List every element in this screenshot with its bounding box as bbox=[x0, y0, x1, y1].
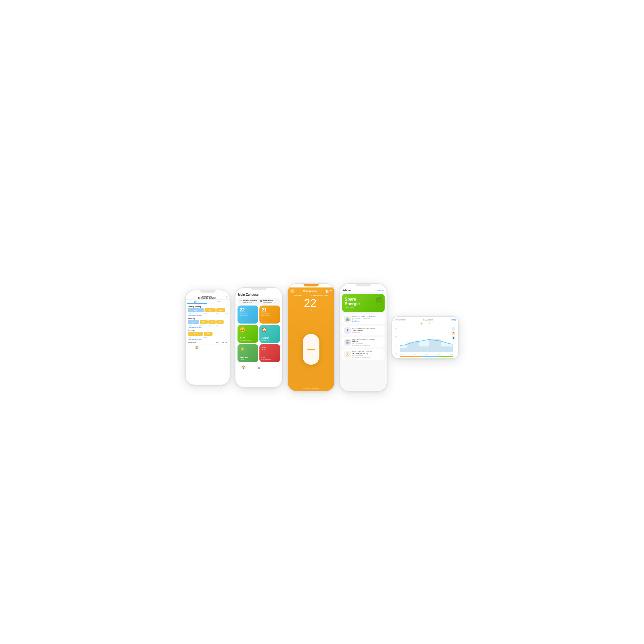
tab-date-label: 07. Juli 2018 bbox=[423, 319, 434, 321]
close-button[interactable]: × bbox=[290, 289, 294, 293]
x-label: 20:00 bbox=[437, 354, 441, 355]
home-nav-icon[interactable]: 🏠 bbox=[241, 365, 246, 369]
heat-icon[interactable]: 🔥 bbox=[452, 332, 455, 335]
time-block[interactable]: 23.0° bbox=[204, 332, 213, 336]
add-block-link-saturday[interactable]: Zeitblock hinzufügen bbox=[186, 326, 230, 328]
tile-ok-care[interactable]: 🛡 OK Care & Protect bbox=[259, 344, 280, 362]
wohnzimmer-icon: 🌡 bbox=[254, 308, 256, 309]
p1-tabs: 🏠 Home ↑ Away bbox=[187, 300, 228, 304]
ortsabhaengig-text: Ortsabhängige Steuerung 252 Stunden im A… bbox=[352, 328, 380, 334]
phone-notch bbox=[303, 284, 319, 286]
tab-home[interactable]: 🏠 Home bbox=[187, 300, 207, 304]
tile-gut[interactable]: 😊 GUT Raumluft-Komfort bbox=[238, 325, 258, 343]
svg-marker-5 bbox=[400, 339, 453, 352]
weekdays-range[interactable]: Mo - Fr, Sa, So › bbox=[216, 342, 228, 343]
chart-icon[interactable]: 📊 bbox=[325, 290, 328, 293]
person-icon[interactable]: 👤 bbox=[452, 336, 455, 340]
schedule-row-sonntag: 23.0° 23.0° bbox=[186, 332, 230, 336]
gut-icon: 😊 bbox=[240, 327, 245, 333]
tablet-content: Wohnzimmer 07. Juli 2018 Fertig ☀ ☀ 32° … bbox=[392, 317, 458, 358]
phone-notch bbox=[200, 290, 216, 293]
gear-icon[interactable]: ⚙ bbox=[226, 296, 228, 299]
p1-header: ‹ Wohnzimmer Intelligenter Zeitplan ⚙ bbox=[186, 294, 230, 300]
schedule-row-montag: 18.0° 19.0° 20.0° bbox=[186, 308, 230, 312]
phone-zeitplan: ‹ Wohnzimmer Intelligenter Zeitplan ⚙ 🏠 … bbox=[185, 290, 230, 385]
sun-icon: ☀ bbox=[420, 322, 423, 326]
tab-done-button[interactable]: Fertig bbox=[451, 319, 456, 321]
banner-schnellheizen[interactable]: ❄ Schnellheizen Aktiv ab 22.07 bbox=[260, 299, 278, 303]
y-label: 22° bbox=[395, 345, 397, 346]
cancel-button[interactable]: Abbrechen bbox=[375, 290, 384, 291]
tab-header: Wohnzimmer 07. Juli 2018 Fertig bbox=[395, 319, 456, 321]
x-label: 04:00 bbox=[400, 354, 403, 355]
menu-icon[interactable]: ☰ bbox=[329, 290, 332, 293]
tab-room-label: Wohnzimmer bbox=[395, 319, 405, 321]
home-icon: 🏠 bbox=[261, 327, 267, 333]
tile-schlafzimmer[interactable]: 21° Schlafzimmer Aktiv ab 22:47 🌡 bbox=[259, 306, 280, 324]
arrow-icon: › bbox=[382, 329, 383, 332]
window-icon: 🪟 bbox=[344, 339, 351, 346]
p2-header: Mein Zuhause bbox=[235, 291, 282, 298]
time-block[interactable]: 18.0° bbox=[188, 308, 204, 312]
chart-svg bbox=[400, 327, 453, 352]
p3-top-bar: × Wohnzimmer 📊 ☰ bbox=[288, 287, 334, 294]
tab-chart-main: N 🔥 👤 bbox=[400, 327, 453, 352]
tab-bottom-bar bbox=[400, 356, 453, 357]
banner-text: Zeitplan fortsetzen Aktiv ab 22.07 bbox=[243, 299, 257, 303]
home-nav-icon[interactable]: 🏠 bbox=[195, 345, 199, 349]
time-block[interactable]: 23.0° bbox=[188, 332, 203, 336]
y-label: 32° bbox=[395, 327, 397, 329]
thermostat-stripe bbox=[307, 349, 315, 350]
p4-month: Februar bbox=[343, 289, 351, 292]
menu-nav-icon[interactable]: ☰ bbox=[218, 345, 221, 349]
time-block[interactable]: 23.0° bbox=[208, 320, 216, 324]
schnell-icon: ❄ bbox=[260, 299, 262, 303]
hero-link[interactable]: Erfahre mehr › bbox=[345, 307, 382, 308]
time-block[interactable]: 19.0° bbox=[205, 308, 216, 312]
section-saturday: Saturday bbox=[186, 317, 230, 320]
x-label: 10:00 bbox=[412, 354, 416, 355]
clock-icon: 🕐 bbox=[344, 351, 351, 358]
tab-away[interactable]: ↑ Away bbox=[208, 300, 228, 304]
night-icon[interactable]: N bbox=[452, 327, 455, 331]
phone-notch bbox=[251, 288, 267, 290]
time-block[interactable]: 19.0° bbox=[200, 320, 208, 324]
banner-zeitplan[interactable]: ⏱ Zeitplan fortsetzen Aktiv ab 22.07 bbox=[240, 299, 258, 303]
arrow-icon: › bbox=[382, 341, 383, 343]
p4-top-bar: Februar Abbrechen bbox=[340, 287, 387, 292]
y-label: 17° bbox=[395, 353, 397, 355]
p1-bottom-nav: 🏠 ☰ bbox=[186, 344, 230, 350]
spare-icon: ⚡ bbox=[240, 346, 245, 352]
p3-footer: Gesendet: 27 um 03:00 AM bbox=[288, 386, 334, 391]
hero-icon: 🌿 bbox=[375, 296, 382, 303]
x-label: 17:00 bbox=[425, 354, 428, 355]
time-block[interactable]: 20.0° bbox=[216, 308, 225, 312]
location-icon: 📍 bbox=[344, 327, 351, 334]
tablet-wohnzimmer-chart: Wohnzimmer 07. Juli 2018 Fertig ☀ ☀ 32° … bbox=[392, 316, 459, 359]
p2-bottom-nav: 🏠 ☰ — bbox=[235, 364, 282, 370]
tab-chart-area: 32° 27° 22° 17° bbox=[395, 327, 456, 355]
time-block[interactable]: 18.0° bbox=[188, 320, 199, 324]
tile-home[interactable]: 🏠 HOME Geofencing bbox=[259, 325, 280, 343]
tile-spare[interactable]: ⚡ SPARE Energie bbox=[238, 344, 258, 362]
temp-value: 22 bbox=[304, 297, 316, 309]
section-sonntag: Sonntag bbox=[186, 328, 230, 332]
dots-nav-icon[interactable]: — bbox=[273, 365, 276, 369]
time-block[interactable]: 23.0° bbox=[216, 320, 224, 324]
p4-item-ortsabhaengig[interactable]: 📍 Ortsabhängige Steuerung 252 Stunden im… bbox=[342, 326, 385, 335]
menu-nav-icon[interactable]: ☰ bbox=[257, 365, 261, 369]
fenster-text: Fenster-Offen-Erkennung 85 mal tado° war… bbox=[352, 338, 380, 346]
p3-room-title: Wohnzimmer bbox=[303, 290, 317, 292]
autoassist-icon: 🤖 bbox=[344, 316, 351, 323]
add-block-link-sonntag[interactable]: Zeitblock hinzufügen bbox=[186, 338, 230, 340]
p2-banner: ⏱ Zeitplan fortsetzen Aktiv ab 22.07 ❄ S… bbox=[238, 298, 280, 304]
add-block-link-montag[interactable]: Zeitblock hinzufügen bbox=[186, 315, 230, 317]
shield-icon: 🛡 bbox=[261, 346, 266, 352]
thermostat-device bbox=[303, 334, 319, 365]
tile-wohnzimmer[interactable]: 22° Wohnzimmer Aktiv ab 22:47 🌡 bbox=[238, 306, 258, 324]
p4-item-zeitplan[interactable]: 🕐 Intelligenter Zeitplan 9.2 Stunden pro… bbox=[342, 349, 385, 360]
p4-item-autoassist[interactable]: 🤖 Nutze mit Auto-Assit sparen durchschni… bbox=[342, 314, 385, 324]
tab-x-labels: 04:00 10:00 17:00 20:00 30:00 bbox=[400, 354, 453, 355]
p4-item-fenster[interactable]: 🪟 Fenster-Offen-Erkennung 85 mal tado° w… bbox=[342, 337, 385, 348]
sun2-icon: ☀ bbox=[428, 322, 431, 326]
